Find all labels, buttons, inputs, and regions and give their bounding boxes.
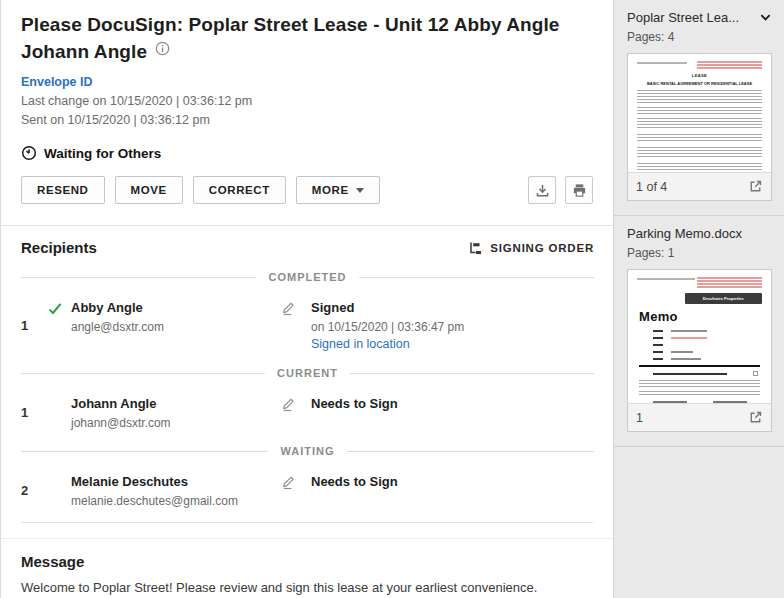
message-body: Welcome to Poplar Street! Please review … <box>21 579 593 597</box>
recipients-end-divider <box>21 522 594 523</box>
document-title: Poplar Street Lea... <box>627 10 739 25</box>
memo-badge: Deschutes Properties <box>685 293 763 304</box>
download-icon <box>535 183 550 198</box>
resend-label: RESEND <box>37 184 89 196</box>
recipient-email: angle@dsxtr.com <box>71 320 281 334</box>
expand-icon[interactable] <box>748 179 763 194</box>
group-divider-current: CURRENT <box>21 367 594 379</box>
docusign-envelope-detail: Please DocuSign: Poplar Street Lease - U… <box>0 0 784 598</box>
chevron-down-icon <box>356 188 364 193</box>
signing-order-icon <box>468 241 482 255</box>
signed-in-location-link[interactable]: Signed in location <box>311 337 410 351</box>
resend-button[interactable]: RESEND <box>21 176 105 204</box>
pen-icon <box>281 395 311 430</box>
recipient-status-detail: on 10/15/2020 | 03:36:47 pm <box>311 320 594 334</box>
clock-icon <box>21 145 37 161</box>
page-title: Please DocuSign: Poplar Street Lease - U… <box>21 12 593 66</box>
recipient-name: Abby Angle <box>71 299 281 318</box>
document-thumbnail[interactable]: Deschutes Properties Memo <box>627 269 772 432</box>
check-icon <box>47 299 71 352</box>
correct-button[interactable]: CORRECT <box>193 176 286 204</box>
more-label: MORE <box>312 184 349 196</box>
envelope-main-panel: Please DocuSign: Poplar Street Lease - U… <box>1 0 613 598</box>
lease-thumb-title: LEASE <box>637 73 762 78</box>
chevron-down-icon[interactable] <box>759 11 772 24</box>
recipient-name: Melanie Deschutes <box>71 473 281 492</box>
message-section: Message Welcome to Poplar Street! Please… <box>1 539 613 597</box>
recipient-status: Signed <box>311 299 594 318</box>
page-indicator: 1 <box>636 411 643 425</box>
memo-page-preview: Deschutes Properties Memo <box>628 270 771 403</box>
envelope-title-text: Please DocuSign: Poplar Street Lease - U… <box>21 14 560 62</box>
document-pages: Pages: 4 <box>627 30 772 44</box>
group-divider-completed: COMPLETED <box>21 271 594 283</box>
recipient-email: johann@dsxtr.com <box>71 416 281 430</box>
group-label: CURRENT <box>277 367 338 379</box>
recipient-row-melanie: 2 Melanie Deschutes melanie.deschutes@gm… <box>21 473 594 508</box>
print-icon <box>572 183 587 198</box>
group-label: WAITING <box>280 445 334 457</box>
pen-icon <box>281 473 311 508</box>
envelope-status: Waiting for Others <box>21 145 593 161</box>
document-pages: Pages: 1 <box>627 246 772 260</box>
status-text: Waiting for Others <box>44 146 161 161</box>
recipient-row-abby: 1 Abby Angle angle@dsxtr.com Signed on 1… <box>21 299 594 352</box>
download-button[interactable] <box>528 176 556 204</box>
document-thumbnail[interactable]: LEASE BASIC RENTAL AGREEMENT OR RESIDENT… <box>627 53 772 201</box>
document-title: Parking Memo.docx <box>627 226 742 241</box>
document-header[interactable]: Parking Memo.docx <box>627 226 772 241</box>
recipient-row-johann: 1 Johann Angle johann@dsxtr.com Needs to… <box>21 395 594 430</box>
sent-on-text: Sent on 10/15/2020 | 03:36:12 pm <box>21 112 593 128</box>
message-heading: Message <box>21 553 593 570</box>
move-button[interactable]: MOVE <box>115 176 183 204</box>
last-change-text: Last change on 10/15/2020 | 03:36:12 pm <box>21 93 593 109</box>
group-divider-waiting: WAITING <box>21 445 594 457</box>
recipient-email: melanie.deschutes@gmail.com <box>71 494 281 508</box>
memo-thumb-title: Memo <box>639 309 762 324</box>
page-indicator: 1 of 4 <box>636 180 667 194</box>
signing-order-label: SIGNING ORDER <box>490 242 594 254</box>
signing-order-button[interactable]: SIGNING ORDER <box>468 241 594 255</box>
more-button[interactable]: MORE <box>296 176 380 204</box>
correct-label: CORRECT <box>209 184 270 196</box>
document-card-memo: Parking Memo.docx Pages: 1 Deschutes Pro… <box>614 216 784 446</box>
recipient-order: 2 <box>21 473 47 508</box>
recipient-order: 1 <box>21 395 47 430</box>
recipient-status: Needs to Sign <box>311 395 594 414</box>
document-header[interactable]: Poplar Street Lea... <box>627 10 772 25</box>
lease-thumb-subtitle: BASIC RENTAL AGREEMENT OR RESIDENTIAL LE… <box>637 81 762 86</box>
envelope-header: Please DocuSign: Poplar Street Lease - U… <box>1 0 613 204</box>
sidebar-divider <box>614 446 784 447</box>
recipient-name: Johann Angle <box>71 395 281 414</box>
recipient-status: Needs to Sign <box>311 473 594 492</box>
group-label: COMPLETED <box>268 271 346 283</box>
recipients-section: Recipients SIGNING ORDER COMPLETED 1 Abb… <box>1 226 613 508</box>
documents-sidebar: Poplar Street Lea... Pages: 4 LEASE BASI… <box>613 0 784 598</box>
actions-toolbar: RESEND MOVE CORRECT MORE <box>21 176 593 204</box>
pen-icon <box>281 299 311 352</box>
recipients-heading: Recipients <box>21 239 97 256</box>
move-label: MOVE <box>131 184 167 196</box>
info-icon[interactable] <box>155 41 170 56</box>
document-card-lease: Poplar Street Lea... Pages: 4 LEASE BASI… <box>614 0 784 215</box>
lease-page-preview: LEASE BASIC RENTAL AGREEMENT OR RESIDENT… <box>628 54 771 172</box>
envelope-id-link[interactable]: Envelope ID <box>21 75 93 89</box>
expand-icon[interactable] <box>748 410 763 425</box>
recipient-order: 1 <box>21 299 47 352</box>
print-button[interactable] <box>565 176 593 204</box>
